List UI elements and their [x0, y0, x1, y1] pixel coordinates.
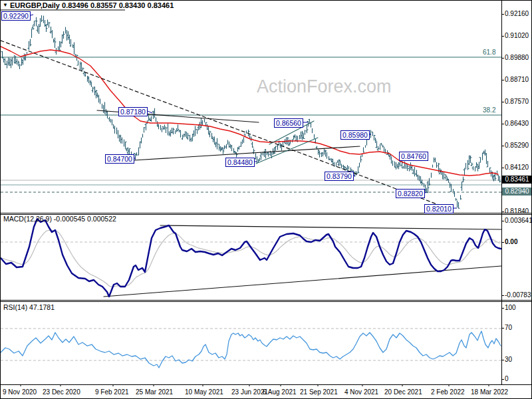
- rsi-axis-label: 70: [505, 324, 512, 331]
- date-axis-label: 9 Feb 2021: [95, 388, 129, 396]
- macd-axis-label: -0.007839: [505, 291, 532, 299]
- swing-price-label[interactable]: 0.84760: [399, 152, 428, 161]
- macd-signal-line: [1, 230, 499, 287]
- price-axis-label: 0.89880: [505, 54, 529, 61]
- date-axis-label: 9 Nov 2020: [3, 388, 37, 396]
- chart-title: EURGBP,Daily 0.83496 0.83557 0.83430 0.8…: [10, 1, 174, 9]
- trendline-dashed[interactable]: [1, 41, 448, 208]
- price-axis-label: 0.91020: [505, 32, 529, 39]
- swing-price-label[interactable]: 0.84700: [105, 154, 134, 164]
- swing-price-label[interactable]: 0.86560: [274, 118, 303, 128]
- swing-label-connectors: [31, 15, 457, 208]
- date-axis-label: 6 Aug 2021: [263, 388, 297, 396]
- date-axis-label: 25 Mar 2021: [136, 388, 173, 396]
- current-price-tag: 0.83461: [502, 176, 532, 184]
- fib-level-label: 38.2: [483, 106, 495, 114]
- date-axis-label: 20 Dec 2021: [384, 388, 422, 396]
- price-axis-label: 0.88710: [505, 76, 529, 83]
- date-axis-label: 10 May 2021: [185, 388, 223, 396]
- swing-price-label[interactable]: 0.82820: [396, 189, 425, 198]
- macd-trendline[interactable]: [160, 225, 501, 229]
- axis-ticks: [21, 15, 504, 387]
- swing-price-label[interactable]: 0.82010: [424, 204, 454, 213]
- swing-price-label[interactable]: 0.84480: [225, 158, 255, 167]
- rsi-axis-label: 0: [505, 375, 509, 382]
- macd-header: MACD(12,26,9) -0.000545 0.000522: [3, 215, 116, 223]
- swing-price-label[interactable]: 0.87180: [118, 107, 148, 116]
- candlestick-series: [1, 15, 501, 209]
- pane-borders: [1, 1, 532, 385]
- symbol-dropdown-icon[interactable]: ▼: [3, 2, 8, 8]
- swing-price-label[interactable]: 0.83790: [325, 172, 354, 181]
- level-price-tag: 0.82940: [502, 188, 532, 196]
- date-axis-label: 21 Sep 2021: [300, 388, 338, 396]
- fib-level-label: 61.8: [483, 49, 495, 56]
- price-axis-label: 0.87570: [505, 98, 529, 105]
- symbol-period-label: EURGBP,Daily: [10, 1, 60, 9]
- rsi-header: RSI(14) 47.1781: [3, 303, 55, 311]
- ohlc-readout: 0.83496 0.83557 0.83430 0.83461: [62, 1, 174, 9]
- macd-axis-label: 0.003641: [505, 217, 532, 224]
- chart-canvas: [1, 1, 532, 399]
- date-axis-label: 2 Feb 2022: [431, 388, 465, 396]
- swing-price-label[interactable]: 0.85980: [340, 130, 370, 140]
- date-axis-label: 4 Nov 2021: [344, 388, 378, 396]
- chart-window: ActionForex.com ▼ EURGBP,Daily 0.83496 0…: [0, 0, 532, 399]
- rsi-line: [1, 331, 501, 368]
- rsi-axis-label: 30: [505, 356, 512, 363]
- macd-axis-label: 0.00: [505, 238, 517, 245]
- date-axis-label: 18 Mar 2022: [471, 388, 508, 396]
- price-axis-label: 0.84120: [505, 164, 529, 171]
- price-axis-label: 0.81840: [505, 207, 529, 215]
- price-axis-label: 0.92160: [505, 10, 529, 17]
- date-axis-label: 23 Dec 2020: [43, 388, 80, 396]
- rsi-pane: [1, 329, 501, 360]
- price-axis-label: 0.86430: [505, 120, 529, 127]
- level-lines: [1, 57, 501, 192]
- rsi-axis-label: 100: [505, 304, 516, 311]
- price-axis-label: 0.85290: [505, 142, 529, 149]
- swing-price-label[interactable]: 0.92290: [1, 11, 31, 21]
